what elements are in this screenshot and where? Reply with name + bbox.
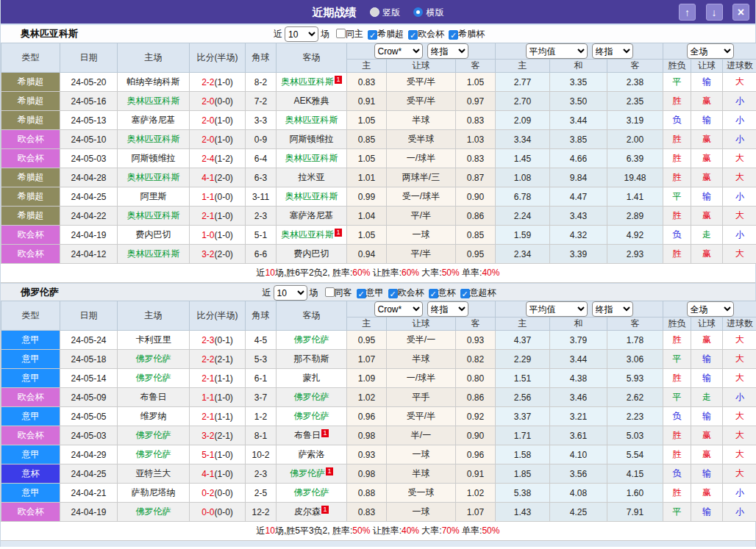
col-header-corner: 角球 (246, 43, 277, 73)
result-goals: 小 (723, 226, 756, 245)
corner-score: 10-2 (246, 445, 277, 464)
match-row: 意甲24-05-14佛罗伦萨2-1(1-1)6-1蒙扎1.09一/球半0.801… (1, 369, 756, 388)
col-header-result-outcome: 胜负 (663, 60, 691, 73)
handicap-line: 半球 (387, 111, 456, 130)
halftime-score: (0-1) (215, 335, 233, 345)
handicap-away-odds: 0.87 (456, 168, 496, 187)
summary-segment: 10 (265, 525, 275, 536)
halftime-score: (1-0) (215, 211, 233, 221)
corner-score: 6-6 (246, 245, 277, 264)
avg-draw-odds: 3.39 (550, 245, 607, 264)
result-goals: 大 (723, 149, 756, 168)
match-row: 欧会杯24-05-03阿斯顿维拉2-4(1-2)6-4奥林匹亚科斯1.05一/球… (1, 149, 756, 168)
scope-select[interactable]: 全场 (687, 43, 734, 59)
result-outcome: 胜 (663, 426, 691, 445)
match-row: 意甲24-04-29佛罗伦萨5-1(1-0)10-2萨索洛0.93一球0.961… (1, 445, 756, 464)
league-filter-checkbox[interactable]: ✓欧会杯 (388, 287, 424, 298)
checkbox-label: 意杯 (438, 287, 456, 298)
match-date: 24-04-25 (60, 187, 118, 207)
avg-home-odds: 1.71 (496, 426, 550, 445)
corner-score: 0-9 (246, 130, 277, 149)
result-outcome: 负 (663, 111, 691, 130)
home-team: 奥林匹亚科斯 (118, 130, 190, 149)
halftime-score: (2-1) (215, 354, 233, 365)
close-button[interactable]: × (732, 4, 749, 21)
summary-segment: 60% (352, 268, 370, 278)
league-filter-checkbox[interactable]: ✓意杯 (429, 287, 456, 298)
result-goals: 大 (723, 407, 756, 426)
average-select[interactable]: 平均值 (526, 43, 588, 59)
handicap-home-odds: 1.05 (347, 226, 387, 245)
handicap-line: 半球 (387, 464, 456, 484)
halftime-score: (2-0) (215, 173, 233, 183)
summary-segment: 场,胜5平3负2, 胜率: (275, 525, 352, 536)
avg-draw-odds: 4.10 (550, 445, 607, 464)
bookmaker-stage-select[interactable]: 终指 (427, 301, 468, 317)
col-header-score: 比分(半场) (190, 301, 246, 331)
result-goals: 小 (723, 111, 756, 130)
recent-results-panel: 近期战绩 竖版 横版 ↑ ↓ × 奥林匹亚科斯近10场同主✓希腊超✓欧会杯✓希腊… (0, 0, 756, 547)
match-date: 24-05-03 (60, 149, 118, 168)
match-row: 意杯24-04-25亚特兰大4-1(1-0)2-3佛罗伦萨10.98半球0.91… (1, 464, 756, 484)
match-row: 希腊超24-05-13塞萨洛尼基2-0(1-0)3-3奥林匹亚科斯1.05半球0… (1, 111, 756, 130)
summary-segment: 让胜率: (370, 268, 402, 278)
handicap-away-odds: 1.05 (456, 73, 496, 92)
result-goals: 小 (723, 503, 756, 522)
result-handicap: 赢 (691, 331, 723, 350)
handicap-line: 平/半 (387, 245, 456, 264)
avg-home-odds: 1.85 (496, 464, 550, 484)
league-filter-checkbox[interactable]: ✓意超杯 (460, 287, 496, 298)
home-team: 奥林匹亚科斯 (118, 245, 190, 264)
handicap-away-odds: 0.91 (456, 464, 496, 484)
bookmaker-select[interactable]: Crow* (374, 43, 423, 59)
type-badge: 欧会杯 (1, 245, 60, 264)
avg-home-odds: 6.78 (496, 187, 550, 207)
fulltime-score: 1-0 (202, 230, 214, 240)
league-filter-checkbox[interactable]: ✓希腊超 (368, 29, 404, 39)
layout-radio-vertical[interactable]: 竖版 (370, 7, 400, 18)
handicap-away-odds: 0.95 (456, 245, 496, 264)
bottom-border (1, 541, 755, 547)
match-score: 2-1(1-1) (190, 369, 246, 388)
handicap-away-odds: 0.90 (456, 426, 496, 445)
type-badge: 希腊超 (1, 207, 60, 226)
handicap-home-odds: 0.98 (347, 464, 387, 484)
recent-count-select[interactable]: 10 (274, 285, 307, 301)
recent-count-select[interactable]: 10 (285, 26, 318, 42)
team-name: 奥林匹亚科斯 (21, 25, 78, 43)
same-venue-checkbox[interactable]: 同客 (325, 287, 352, 298)
match-score: 2-0(1-0) (190, 111, 246, 130)
bookmaker-select[interactable]: Crow* (374, 301, 423, 317)
scope-select[interactable]: 全场 (687, 301, 734, 317)
summary-segment: 60% (402, 268, 419, 278)
fulltime-score: 3-2 (202, 249, 214, 259)
result-handicap: 赢 (691, 130, 723, 149)
result-outcome: 胜 (663, 149, 691, 168)
fulltime-score: 2-0 (202, 115, 214, 126)
team-name: 佛罗伦萨 (21, 284, 59, 301)
league-filter-checkbox[interactable]: ✓希腊杯 (449, 29, 485, 39)
same-venue-checkbox[interactable]: 同主 (336, 29, 363, 39)
avg-home-odds: 1.43 (496, 503, 550, 522)
away-team: 奥林匹亚科斯 (277, 187, 347, 207)
layout-radio-horizontal[interactable]: 横版 (413, 7, 443, 18)
bookmaker-stage-select[interactable]: 终指 (427, 43, 468, 59)
match-row: 意甲24-05-05维罗纳2-1(1-1)1-2佛罗伦萨0.96受平/半0.92… (1, 407, 756, 426)
recent-label: 近 (274, 29, 282, 39)
average-stage-select[interactable]: 终指 (592, 43, 633, 59)
average-stage-select[interactable]: 终指 (592, 301, 633, 317)
handicap-away-odds: 1.03 (456, 130, 496, 149)
col-header-away: 客场 (277, 43, 347, 73)
avg-draw-odds: 9.84 (550, 168, 607, 187)
scroll-up-button[interactable]: ↑ (679, 4, 696, 21)
avg-away-odds: 4.15 (607, 464, 663, 484)
match-date: 24-05-09 (60, 388, 118, 407)
league-filter-checkbox[interactable]: ✓意甲 (357, 287, 384, 298)
average-select[interactable]: 平均值 (526, 301, 588, 317)
halftime-score: (1-1) (215, 373, 233, 384)
league-filter-checkbox[interactable]: ✓欧会杯 (408, 29, 444, 39)
avg-home-odds: 1.51 (496, 369, 550, 388)
scroll-down-button[interactable]: ↓ (706, 4, 723, 21)
col-header-score: 比分(半场) (190, 43, 246, 73)
handicap-away-odds: 0.86 (456, 388, 496, 407)
